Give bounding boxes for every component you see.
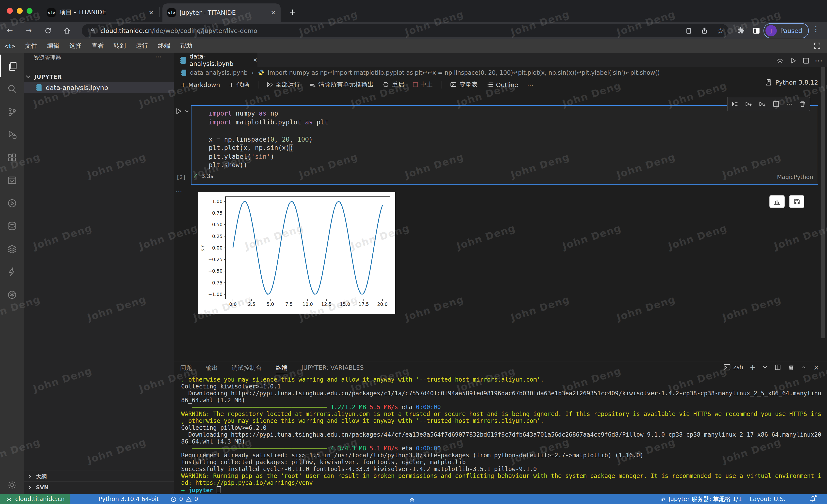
close-icon[interactable]: ✕ [253,57,257,63]
forward-icon[interactable]: → [23,25,34,36]
layers-icon[interactable] [0,237,23,260]
new-tab-button[interactable]: + [287,6,298,18]
extensions-puzzle-icon[interactable] [736,26,745,35]
address-bar[interactable]: cloud.titanide.cn/ide/web/coding/jupyter… [82,24,729,37]
window-close-button[interactable] [7,8,13,14]
tab-close-icon[interactable]: ✕ [271,9,276,16]
split-terminal-icon[interactable] [775,364,781,371]
python-version-status[interactable]: Python 3.10.4 64-bit [98,494,159,504]
panel-tab-terminal-active[interactable]: 终端 [276,362,288,374]
keyboard-layout-status[interactable]: Layout: U.S. [750,494,785,504]
menu-item-运行[interactable]: 运行 [131,39,153,53]
toolbar-more-icon[interactable]: ⋯ [527,81,533,88]
shell-selector[interactable]: zsh [723,363,743,371]
change-presentation-button[interactable] [769,195,785,208]
terminal-output[interactable]: , otherwise you may silence this warning… [181,376,822,494]
outline-button[interactable]: Outline [487,81,518,88]
browser-tab-jupyter[interactable]: <t> jupyter - TITANIDE ✕ [162,3,281,22]
panel-restore-chevrons-icon[interactable] [408,494,416,504]
fullscreen-icon[interactable] [813,42,821,50]
code-line[interactable]: plt.plot(x, np.sin(x)) [209,144,750,152]
lightning-icon[interactable] [0,260,23,283]
execute-row-icon[interactable] [731,100,738,108]
cell-indicator-status[interactable]: 单元格 1/1 [713,494,742,504]
menu-item-终端[interactable]: 终端 [153,39,175,53]
cell-code-editor[interactable]: import numpy as npimport matplotlib.pypl… [209,109,750,169]
preview-icon[interactable] [0,169,23,191]
split-editor-icon[interactable] [801,56,810,65]
chevron-down-icon[interactable] [762,365,768,370]
execute-below-icon[interactable] [759,100,766,108]
problems-status[interactable]: 0 0 [170,494,198,504]
explorer-section-jupyter[interactable]: JUPYTER [25,71,172,82]
back-icon[interactable]: ← [5,25,15,36]
notebook-settings-gear-icon[interactable] [775,56,784,65]
save-output-button[interactable] [789,195,805,208]
execute-above-icon[interactable] [744,100,752,108]
menu-item-转到[interactable]: 转到 [108,39,131,53]
cell-more-icon[interactable]: ⋯ [786,100,792,108]
clipboard-icon[interactable] [684,26,693,35]
file-item-notebook[interactable]: data-analysis.ipynb [23,82,174,93]
explorer-more-icon[interactable]: ⋯ [155,53,161,60]
explorer-icon[interactable] [0,55,23,77]
menu-item-查看[interactable]: 查看 [86,39,108,53]
notifications-bell-icon[interactable] [809,494,816,504]
menu-item-文件[interactable]: 文件 [20,39,42,53]
restart-kernel-button[interactable]: 重启 [383,80,404,89]
code-line[interactable]: import numpy as np [209,109,750,118]
add-code-button[interactable]: +代码 [229,80,249,89]
panel-tab-0[interactable]: 问题 [180,362,192,374]
reload-icon[interactable] [43,25,53,36]
clear-outputs-button[interactable]: 清除所有单元格输出 [309,80,374,89]
home-icon[interactable] [62,25,72,36]
remote-indicator[interactable]: cloud.titanide.cn [0,494,70,504]
split-cell-icon[interactable] [772,100,780,108]
cell-language-badge[interactable]: MagicPython [758,174,813,180]
delete-cell-trash-icon[interactable] [799,100,807,108]
share-icon[interactable] [700,26,709,35]
settings-gear-icon[interactable] [0,473,23,496]
editor-more-icon[interactable]: ⋯ [814,56,823,65]
code-line[interactable]: plt.ylabel('sin') [209,152,750,161]
kernel-picker[interactable]: Python 3.8.12 [765,79,818,86]
menu-item-选择[interactable]: 选择 [64,39,86,53]
panel-tab-4[interactable]: JUPYTER: VARIABLES [301,362,364,374]
breadcrumb-file[interactable]: data-analysis.ipynb [190,69,248,76]
tab-close-icon[interactable]: ✕ [149,9,154,16]
extensions-icon[interactable] [0,146,23,169]
run-debug-icon[interactable] [0,123,23,146]
kill-terminal-trash-icon[interactable] [788,364,795,371]
sidebar-section-svn[interactable]: SVN [23,482,174,493]
live-share-icon[interactable] [0,283,23,306]
code-line[interactable]: x = np.linspace(0, 20, 100) [209,135,750,144]
variables-button[interactable]: 变量表 [450,80,478,89]
editor-scrollbar[interactable] [821,67,825,338]
breadcrumb-code-summary[interactable]: import numpy as np↵import matplotlib.pyp… [268,69,660,76]
output-collapse-icon[interactable]: ⋯ [176,188,182,195]
code-line[interactable]: plt.show() [209,161,750,169]
panel-tab-1[interactable]: 输出 [206,362,218,374]
run-editor-icon[interactable] [789,56,797,65]
browser-profile-button[interactable]: J Paused [764,23,809,38]
add-markdown-button[interactable]: +Markdown [181,81,220,88]
menu-item-帮助[interactable]: 帮助 [175,39,197,53]
menu-item-编辑[interactable]: 编辑 [42,39,64,53]
run-all-button[interactable]: 全部运行 [266,80,300,89]
database-icon[interactable] [0,215,23,237]
editor-tab-notebook[interactable]: data-analysis.ipynb ✕ [174,53,257,67]
run-circle-icon[interactable] [0,192,23,214]
sidebar-section-outline[interactable]: 大纲 [23,470,174,482]
run-cell-button[interactable] [175,107,190,115]
close-panel-icon[interactable]: × [814,363,819,371]
search-icon[interactable] [0,77,23,100]
code-line[interactable]: import matplotlib.pyplot as plt [209,118,750,126]
new-terminal-plus-icon[interactable]: + [749,363,756,372]
side-panel-icon[interactable] [752,26,761,35]
browser-menu-icon[interactable]: ⋮ [812,24,820,34]
interrupt-button[interactable]: 中止 [413,80,433,89]
chevron-down-icon[interactable] [184,108,190,114]
breadcrumb[interactable]: data-analysis.ipynb › import numpy as np… [174,67,827,78]
maximize-panel-chevron-up-icon[interactable] [801,365,807,370]
window-zoom-button[interactable] [27,8,33,14]
